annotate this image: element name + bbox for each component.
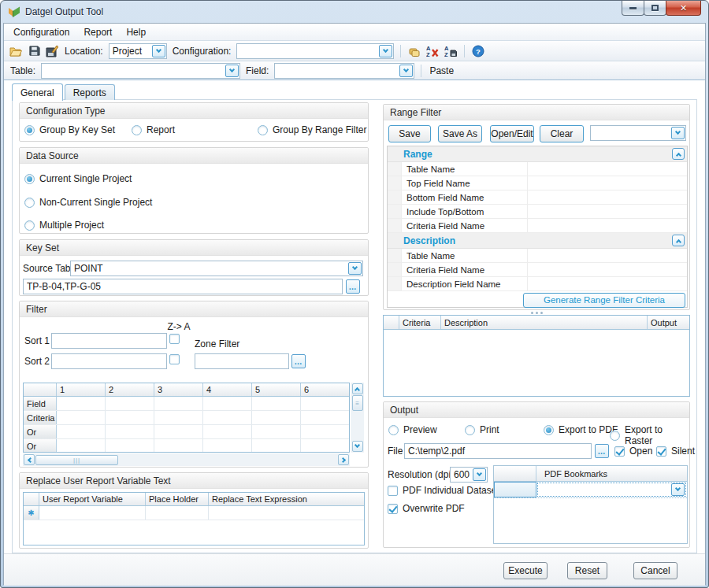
scrollbar-thumb[interactable]: ≡ xyxy=(352,395,363,411)
property-value[interactable] xyxy=(528,162,687,176)
grid-cell[interactable] xyxy=(252,439,301,453)
radio-report[interactable]: Report xyxy=(132,124,175,135)
copy-config-icon[interactable] xyxy=(407,44,421,58)
property-value[interactable] xyxy=(528,277,687,290)
grid-cell[interactable] xyxy=(203,397,252,410)
grid-cell[interactable] xyxy=(301,439,350,453)
reset-button[interactable]: Reset xyxy=(567,562,607,579)
grid-cell[interactable] xyxy=(57,411,106,424)
grid-cell[interactable] xyxy=(106,439,154,453)
sort1-descending-checkbox[interactable] xyxy=(169,334,180,344)
collapse-button[interactable] xyxy=(672,148,685,160)
tab-reports[interactable]: Reports xyxy=(65,84,115,100)
table-column-header[interactable]: Place Holder xyxy=(146,493,209,505)
scrollbar-thumb[interactable]: ||| xyxy=(35,455,118,465)
scroll-left-icon[interactable] xyxy=(24,454,35,465)
grid-cell[interactable] xyxy=(203,425,252,438)
save-icon[interactable] xyxy=(27,44,41,58)
radio-preview[interactable]: Preview xyxy=(388,424,437,435)
grid-cell[interactable] xyxy=(301,425,350,438)
table-cell[interactable] xyxy=(39,506,146,520)
grid-cell[interactable] xyxy=(203,411,252,424)
file-browse-button[interactable]: … xyxy=(595,444,609,458)
vertical-scrollbar[interactable]: ≡ xyxy=(351,383,364,453)
clear-button[interactable]: Clear xyxy=(540,125,584,142)
radio-export-to-pdf[interactable]: Export to PDF xyxy=(544,424,618,435)
radio-print[interactable]: Print xyxy=(465,424,499,435)
radio-non-current-single-project[interactable]: Non-Current Single Project xyxy=(24,197,152,208)
dropdown-button[interactable] xyxy=(348,262,362,275)
generate-range-filter-criteria-button[interactable]: Generate Range Filter Criteria xyxy=(523,293,685,308)
new-row-header[interactable]: ✱ xyxy=(24,506,39,520)
table-column-header[interactable]: PDF Bookmarks xyxy=(536,466,687,481)
cancel-button[interactable]: Cancel xyxy=(633,562,677,579)
property-value[interactable] xyxy=(528,219,687,232)
sort1-input[interactable] xyxy=(51,333,167,349)
grid-column-header[interactable]: Description xyxy=(441,316,648,329)
dropdown-button[interactable] xyxy=(399,65,413,77)
grid-column-header[interactable]: 5 xyxy=(252,383,301,396)
zone-filter-browse-button[interactable]: … xyxy=(291,354,306,368)
az-delete-icon[interactable]: AZ xyxy=(425,44,440,58)
sort2-input[interactable] xyxy=(51,353,167,369)
grid-column-header[interactable]: 3 xyxy=(154,383,203,396)
grid-column-header[interactable]: 1 xyxy=(57,383,106,396)
grid-cell[interactable] xyxy=(57,439,106,453)
save-as-button[interactable]: Save As xyxy=(438,125,482,142)
resolution-select[interactable]: 600 xyxy=(450,467,488,483)
grid-cell[interactable] xyxy=(154,439,203,453)
radio-export-to-raster[interactable]: Export to Raster xyxy=(610,424,689,446)
range-filter-preset-select[interactable] xyxy=(590,125,686,141)
grid-cell[interactable] xyxy=(154,411,203,424)
selected-row-header[interactable] xyxy=(494,482,536,497)
save-button[interactable]: Save xyxy=(388,125,431,142)
sort2-descending-checkbox[interactable] xyxy=(169,354,180,364)
pdf-individual-datasets-checkbox[interactable]: PDF Individual Datasets xyxy=(388,485,504,496)
grid-cell[interactable] xyxy=(154,425,203,438)
table-cell[interactable] xyxy=(146,506,209,520)
grid-cell[interactable] xyxy=(57,425,106,438)
grid-row-header[interactable]: Or xyxy=(24,439,57,453)
grid-cell[interactable] xyxy=(106,411,154,424)
bookmark-edit-cell[interactable] xyxy=(537,483,686,497)
dropdown-button[interactable] xyxy=(671,483,685,496)
table-column-header[interactable]: User Report Variable xyxy=(39,493,146,505)
dropdown-button[interactable] xyxy=(379,45,392,57)
table-cell[interactable] xyxy=(209,506,364,520)
location-select[interactable]: Project xyxy=(109,43,167,59)
grid-cell[interactable] xyxy=(57,397,106,410)
grid-cell[interactable] xyxy=(252,397,301,410)
scroll-right-icon[interactable] xyxy=(338,454,349,465)
field-select[interactable] xyxy=(274,63,414,79)
grid-column-header[interactable]: Output xyxy=(648,316,689,329)
collapse-button[interactable] xyxy=(672,235,685,246)
dropdown-button[interactable] xyxy=(225,65,239,77)
horizontal-scrollbar[interactable]: ||| xyxy=(23,453,350,466)
open-checkbox[interactable]: Open xyxy=(614,446,652,457)
minimize-button[interactable] xyxy=(622,1,644,16)
property-value[interactable] xyxy=(528,176,687,190)
table-select[interactable] xyxy=(41,63,240,79)
maximize-button[interactable] xyxy=(644,1,666,16)
open-icon[interactable] xyxy=(9,44,23,58)
grid-corner-cell[interactable] xyxy=(24,493,39,505)
property-value[interactable] xyxy=(528,263,687,276)
grid-corner-cell[interactable] xyxy=(494,466,536,481)
dropdown-button[interactable] xyxy=(671,127,685,139)
radio-current-single-project[interactable]: Current Single Project xyxy=(24,173,132,184)
help-icon[interactable]: ? xyxy=(471,44,485,58)
scroll-up-icon[interactable] xyxy=(352,383,363,394)
menu-configuration[interactable]: Configuration xyxy=(6,24,76,40)
menu-help[interactable]: Help xyxy=(119,24,153,40)
property-value[interactable] xyxy=(528,205,687,218)
menu-report[interactable]: Report xyxy=(76,24,119,40)
zone-filter-input[interactable] xyxy=(195,353,289,369)
dropdown-button[interactable] xyxy=(473,468,486,481)
grid-cell[interactable] xyxy=(252,411,301,424)
table-column-header[interactable]: Replace Text Expression xyxy=(209,493,364,505)
radio-multiple-project[interactable]: Multiple Project xyxy=(24,220,104,231)
grid-cell[interactable] xyxy=(301,397,350,410)
grid-column-header[interactable]: Criteria xyxy=(399,316,441,329)
radio-group-by-range-filter[interactable]: Group By Range Filter xyxy=(258,124,366,135)
grid-cell[interactable] xyxy=(106,425,154,438)
